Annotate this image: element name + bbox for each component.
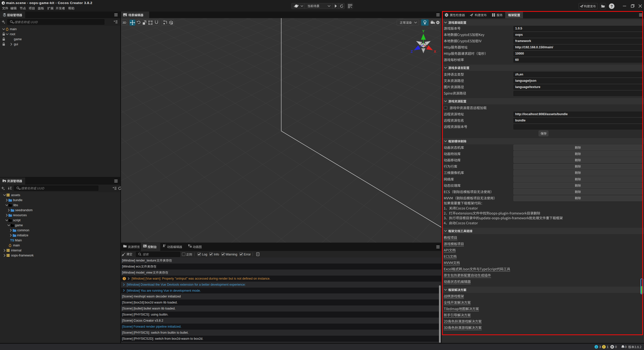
svg-text:X: X xyxy=(434,50,436,54)
svg-text:Z: Z xyxy=(411,50,413,54)
svg-text:?: ? xyxy=(611,4,613,8)
svg-text:Y: Y xyxy=(422,29,425,33)
